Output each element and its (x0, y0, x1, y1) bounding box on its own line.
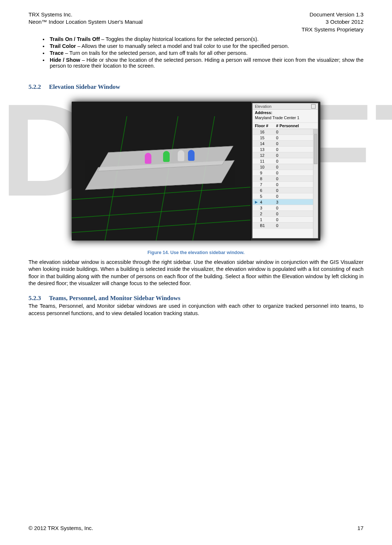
elevation-row[interactable]: 100 (253, 164, 313, 170)
header-product: Neon™ Indoor Location System User's Manu… (29, 18, 143, 26)
footer-copyright: © 2012 TRX Systems, Inc. (29, 525, 93, 531)
elevation-row[interactable]: 30 (253, 205, 313, 211)
elevation-row[interactable]: 10 (253, 217, 313, 223)
elevation-row[interactable]: 160 (253, 129, 313, 135)
elevation-panel[interactable]: Elevation Address: Maryland Trade Center… (252, 103, 318, 238)
elevation-row[interactable]: 130 (253, 147, 313, 152)
person-icon (145, 153, 151, 164)
maximize-icon[interactable] (311, 104, 316, 109)
header-date: 3 October 2012 (302, 18, 363, 26)
elevation-row[interactable]: ▶43 (253, 199, 313, 205)
scroll-up-icon[interactable] (313, 129, 318, 134)
scrollbar[interactable] (313, 129, 318, 238)
page-footer: © 2012 TRX Systems, Inc. 17 (29, 525, 363, 531)
elevation-row[interactable]: 20 (253, 211, 313, 217)
elevation-row[interactable]: 70 (253, 182, 313, 188)
paragraph-5-2-3: The Teams, Personnel, and Monitor sideba… (29, 303, 363, 317)
bullet-trails: Trails On / Trails Off – Toggles the dis… (48, 36, 363, 42)
figure-14-image: Elevation Address: Maryland Trade Center… (72, 102, 320, 241)
visualizer-scene (72, 102, 251, 241)
elevation-row[interactable]: 120 (253, 152, 313, 158)
elevation-row[interactable]: 140 (253, 141, 313, 147)
person-icon (178, 150, 184, 161)
header-proprietary: TRX Systems Proprietary (302, 26, 363, 33)
header-docver: Document Version 1.3 (302, 11, 363, 18)
header-company: TRX Systems Inc. (29, 11, 143, 18)
bullet-trace: Trace – Turn on trails for the selected … (48, 50, 363, 56)
heading-5-2-3: 5.2.3Teams, Personnel, and Monitor Sideb… (29, 295, 363, 302)
footer-page-number: 17 (357, 525, 363, 531)
feature-bullets: Trails On / Trails Off – Toggles the dis… (29, 36, 363, 69)
elevation-row[interactable]: 110 (253, 158, 313, 164)
elevation-columns: Floor # # Personnel (253, 123, 318, 129)
scroll-thumb[interactable] (314, 134, 317, 164)
elevation-panel-title: Elevation (253, 103, 318, 110)
bullet-trail-color: Trail Color – Allows the user to manuall… (48, 43, 363, 49)
elevation-address: Address: Maryland Trade Center 1 (253, 110, 318, 123)
figure-14-caption: Figure 14. Use the elevation sidebar win… (72, 250, 320, 255)
paragraph-5-2-2: The elevation sidebar window is accessib… (29, 259, 363, 287)
elevation-row[interactable]: 150 (253, 135, 313, 141)
person-icon (188, 150, 195, 161)
elevation-row[interactable]: B10 (253, 223, 313, 228)
person-icon (163, 151, 170, 162)
elevation-row[interactable]: 60 (253, 188, 313, 193)
elevation-row[interactable]: 80 (253, 176, 313, 182)
page-header: TRX Systems Inc. Neon™ Indoor Location S… (29, 11, 363, 33)
heading-5-2-2: 5.2.2Elevation Sidebar Window (29, 83, 363, 91)
elevation-row[interactable]: 50 (253, 193, 313, 199)
elevation-row[interactable]: 90 (253, 170, 313, 176)
elevation-rows[interactable]: 1601501401301201101009080706050▶43302010… (253, 129, 313, 228)
figure-14: Elevation Address: Maryland Trade Center… (72, 102, 320, 255)
bullet-hide-show: Hide / Show – Hide or show the location … (48, 57, 363, 69)
